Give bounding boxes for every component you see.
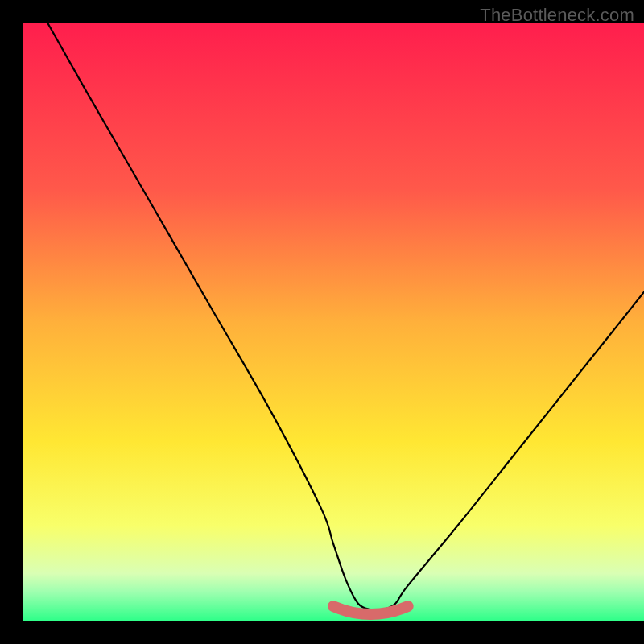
bottleneck-chart bbox=[0, 0, 644, 644]
watermark-text: TheBottleneck.com bbox=[480, 5, 634, 26]
plot-background bbox=[23, 23, 644, 621]
